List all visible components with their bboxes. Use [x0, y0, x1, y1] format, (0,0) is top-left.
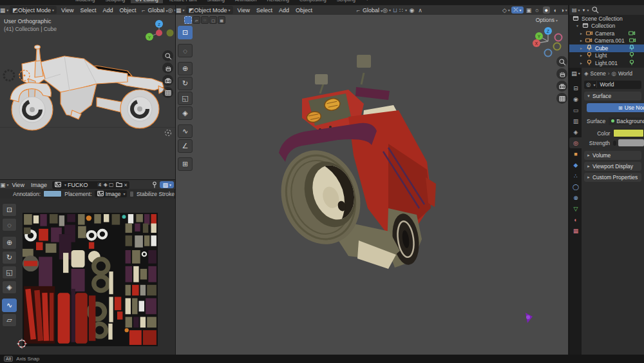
panel-custom-properties[interactable]: ►Custom Properties: [584, 173, 641, 182]
workspace-tab[interactable]: Texture Paint: [164, 0, 202, 3]
image-users-badge[interactable]: 4: [97, 182, 102, 187]
editor-type-icon[interactable]: ▦▾: [0, 6, 8, 14]
color-swatch[interactable]: [613, 129, 644, 137]
menu-item-select[interactable]: Select: [253, 7, 276, 14]
xray-toggle-icon[interactable]: ▣: [525, 6, 533, 14]
editor-type-icon[interactable]: ▦▾: [176, 6, 185, 14]
uv-canvas[interactable]: ⊡◌⊕↻◱◈∿▱: [0, 199, 176, 355]
transform-tool[interactable]: ◈: [2, 280, 17, 294]
properties-tab-data[interactable]: ▽: [569, 203, 582, 214]
open-image-icon[interactable]: [115, 181, 123, 190]
unlink-icon[interactable]: ×: [124, 182, 128, 188]
shading-solid-icon[interactable]: ●: [543, 6, 550, 14]
proportional-falloff-icon[interactable]: ∧: [416, 6, 424, 14]
workspace-tab[interactable]: Scripting: [332, 0, 360, 3]
rip-tool[interactable]: ▱: [2, 313, 17, 327]
workspace-tab[interactable]: UV Editing: [131, 0, 162, 3]
pivot-icon[interactable]: ◎▾: [167, 6, 176, 14]
menu-item-view[interactable]: View: [9, 182, 28, 188]
menu-item-view[interactable]: View: [234, 7, 253, 14]
cursor-tool[interactable]: ◌: [2, 218, 17, 231]
pivot-icon[interactable]: ◎▾: [383, 6, 391, 14]
editor-type-icon[interactable]: ▣▾: [0, 181, 9, 189]
stabilize-checkbox[interactable]: [129, 191, 134, 197]
menu-item-add[interactable]: Add: [276, 7, 292, 14]
menu-item-image[interactable]: Image: [28, 182, 50, 188]
mode-select[interactable]: ◩ Object Mode▾: [186, 6, 233, 14]
properties-editor-icon[interactable]: ▤▾: [569, 68, 582, 79]
workspace-tab[interactable]: +: [361, 0, 373, 3]
properties-tab-object[interactable]: ■: [569, 148, 582, 159]
outliner-scene-collection[interactable]: Scene Collection: [569, 15, 644, 23]
menu-item-view[interactable]: View: [58, 7, 77, 14]
bulb-data-icon[interactable]: [628, 59, 636, 68]
axis-gizmo-small[interactable]: Z Y: [143, 19, 175, 44]
expand-arrow-icon[interactable]: ►: [580, 61, 583, 65]
properties-tab-render[interactable]: ◉: [569, 93, 582, 104]
image-datablock[interactable]: ▾ FUCKO 4 ◈ ▢ ×: [52, 181, 129, 189]
box-select-tool[interactable]: ⊡: [2, 203, 17, 217]
surface-panel-header[interactable]: ▼Surface: [584, 92, 641, 101]
properties-tab-output[interactable]: ▭: [569, 104, 582, 115]
expand-arrow-icon[interactable]: ►: [580, 46, 583, 50]
animate-dot[interactable]: [613, 141, 616, 146]
display-mode-icon[interactable]: ▤▾: [572, 7, 580, 13]
workspace-tab[interactable]: Shading: [203, 0, 230, 3]
gizmos-toggle-icon[interactable]: ◇▾: [502, 6, 510, 14]
menu-item-add[interactable]: Add: [99, 7, 116, 14]
orientation-select[interactable]: Global▾: [147, 7, 167, 14]
pin-icon[interactable]: [151, 181, 158, 190]
filter-icon[interactable]: ▼▾: [582, 8, 589, 12]
workspace-tab[interactable]: Animation: [231, 0, 261, 3]
zoom-viewport-icon[interactable]: [162, 50, 173, 61]
rotate-tool[interactable]: ↻: [2, 251, 17, 264]
breadcrumb-world[interactable]: World: [618, 70, 632, 77]
new-image-icon[interactable]: ▢: [109, 182, 114, 188]
annotation-color-swatch[interactable]: [43, 190, 62, 197]
snap-with-icon[interactable]: ∷▾: [399, 6, 408, 14]
properties-tab-particles[interactable]: ∴: [569, 170, 582, 181]
expand-arrow-icon[interactable]: ►: [580, 54, 583, 57]
properties-tab-view-layer[interactable]: ▥: [569, 115, 582, 126]
menu-item-select[interactable]: Select: [77, 7, 99, 14]
orientation-select[interactable]: Global▾: [363, 7, 383, 14]
shading-wireframe-icon[interactable]: ○: [533, 6, 542, 14]
snap-magnet-icon[interactable]: ⊔: [391, 6, 399, 14]
move-tool[interactable]: ⊕: [2, 236, 17, 250]
outliner-item-light.001[interactable]: ►Light.001: [569, 59, 644, 67]
left-viewport[interactable]: User Orthographic (41) Collection | Cube…: [0, 15, 176, 179]
overlays-toggle-icon[interactable]: ⤫▾: [511, 6, 523, 14]
menu-item-object[interactable]: Object: [116, 7, 139, 14]
workspace-tab[interactable]: Rendering: [262, 0, 294, 3]
editor-mode-button[interactable]: ▨▾: [160, 181, 174, 188]
texture-atlas-image[interactable]: [23, 213, 158, 346]
workspace-tab[interactable]: Compositing: [295, 0, 331, 3]
properties-tab-constraints[interactable]: ⊗: [569, 192, 582, 203]
cam-viewport-icon[interactable]: [162, 75, 173, 86]
proportional-editing-icon[interactable]: ◉: [408, 6, 416, 14]
pan-viewport-icon[interactable]: [162, 63, 173, 74]
properties-tab-scene[interactable]: ◈: [569, 126, 582, 137]
expand-arrow-icon[interactable]: ►: [580, 39, 583, 43]
surface-value[interactable]: Background: [609, 117, 644, 125]
world-datablock[interactable]: ◎▾ World: [584, 81, 641, 89]
menu-item-object[interactable]: Object: [292, 7, 316, 14]
properties-tab-tool[interactable]: ⊟: [569, 83, 582, 93]
properties-tab-world[interactable]: ◎: [569, 137, 582, 148]
placement-select[interactable]: Image▾: [95, 190, 128, 197]
scale-tool[interactable]: ◱: [2, 266, 17, 279]
main-viewport[interactable]: ▱ ◌ ▢ ▦ Options▾ ⊡◌⊕↻◱◈∿∠⊞ Z Y X: [176, 15, 568, 355]
strength-slider[interactable]: [618, 139, 644, 146]
fake-user-icon[interactable]: ◈: [104, 182, 108, 188]
panel-volume[interactable]: ►Volume: [584, 151, 641, 160]
annotate-tool[interactable]: ∿: [2, 299, 17, 312]
properties-tab-texture[interactable]: ▦: [569, 225, 582, 236]
breadcrumb-scene[interactable]: Scene: [591, 70, 606, 77]
properties-tab-physics[interactable]: ◯: [569, 181, 582, 192]
workspace-tab[interactable]: Sculpting: [100, 0, 129, 3]
search-icon[interactable]: [591, 6, 599, 15]
workspace-tab[interactable]: Modeling: [71, 0, 99, 3]
shading-rendered-icon[interactable]: ◑▾: [560, 6, 568, 14]
grid-viewport-icon[interactable]: [162, 87, 173, 98]
expand-arrow-icon[interactable]: ►: [580, 32, 583, 35]
